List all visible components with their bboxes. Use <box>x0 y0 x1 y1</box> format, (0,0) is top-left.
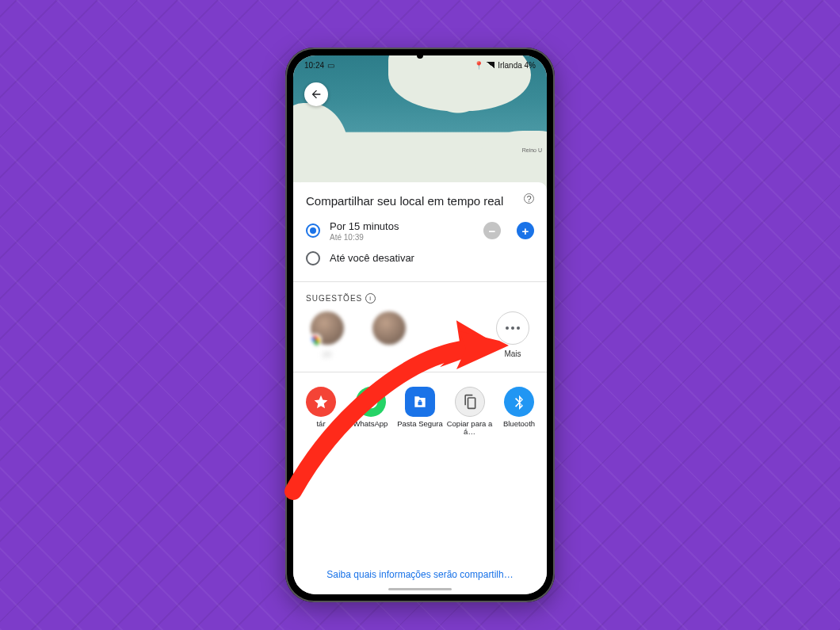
info-icon[interactable]: i <box>365 293 376 304</box>
radio-unselected-icon[interactable] <box>306 251 320 265</box>
status-battery-text: Irlanda 4% <box>498 61 536 70</box>
whatsapp-icon <box>356 387 386 417</box>
suggestion-contact[interactable] <box>422 311 480 359</box>
suggestion-contact[interactable]: ps <box>298 311 357 359</box>
decrement-button[interactable]: − <box>483 222 501 239</box>
star-app-icon <box>306 387 336 417</box>
camera-notch <box>417 52 423 59</box>
share-app[interactable]: tár <box>296 387 346 437</box>
option-duration-minutes[interactable]: Por 15 minutos Até 10:39 − + <box>293 216 547 246</box>
back-button[interactable] <box>304 82 328 106</box>
map-area[interactable]: Reino U <box>293 55 547 182</box>
copy-icon <box>455 387 485 417</box>
status-signal-icon <box>487 62 494 68</box>
footer-info-link[interactable]: Saiba quais informações serão compartilh… <box>293 569 547 580</box>
share-app-bluetooth[interactable]: Bluetooth <box>494 387 544 437</box>
option-until-off-label: Até você desativar <box>330 252 534 264</box>
gmaps-pin-icon <box>309 334 322 346</box>
more-suggestions[interactable]: Mais <box>483 311 542 359</box>
more-button[interactable] <box>496 311 529 345</box>
suggestions-row: ps <box>293 308 547 359</box>
phone-screen: 10:24 ▭ 📍 Irlanda 4% Reino U <box>293 55 547 594</box>
share-sheet: Compartilhar seu local em tempo real ? P… <box>293 182 547 594</box>
option-until-off[interactable]: Até você desativar <box>293 246 547 270</box>
suggestion-contact[interactable] <box>360 311 418 359</box>
suggestion-label: ps <box>323 349 332 358</box>
share-app-label: tár <box>316 420 325 429</box>
share-app-label: Pasta Segura <box>397 420 443 429</box>
option-minutes-sub: Até 10:39 <box>330 233 474 242</box>
radio-selected-icon[interactable] <box>306 223 320 238</box>
secure-folder-icon <box>405 387 435 417</box>
share-apps-row: tár WhatsApp Pasta Segura <box>293 372 547 437</box>
phone-frame: 10:24 ▭ 📍 Irlanda 4% Reino U <box>285 48 555 602</box>
more-label: Mais <box>504 349 521 358</box>
help-icon[interactable]: ? <box>524 193 534 204</box>
share-app-label: Bluetooth <box>503 420 535 429</box>
status-location-icon: 📍 <box>474 61 483 70</box>
map-label-country: Reino U <box>522 147 542 153</box>
status-notif-icon: ▭ <box>327 61 334 70</box>
share-app-label: WhatsApp <box>353 420 388 429</box>
increment-button[interactable]: + <box>517 222 534 239</box>
status-time: 10:24 <box>304 61 324 70</box>
share-app-secure-folder[interactable]: Pasta Segura <box>395 387 445 437</box>
avatar <box>311 311 344 345</box>
bluetooth-icon <box>504 387 534 417</box>
share-app-label: Copiar para a á… <box>447 420 493 437</box>
arrow-left-icon <box>310 88 323 101</box>
suggestions-header: SUGESTÕES <box>306 294 362 303</box>
home-indicator <box>388 588 452 590</box>
avatar <box>372 311 406 345</box>
share-app-clipboard[interactable]: Copiar para a á… <box>445 387 494 437</box>
option-minutes-label: Por 15 minutos <box>330 220 474 232</box>
share-app-whatsapp[interactable]: WhatsApp <box>346 387 395 437</box>
landmass <box>293 103 349 190</box>
more-dots-icon <box>511 326 514 330</box>
sheet-title: Compartilhar seu local em tempo real <box>306 193 517 209</box>
